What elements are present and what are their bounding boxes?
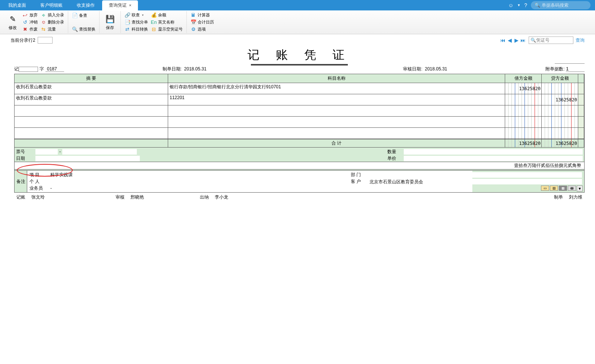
mini-icon-3[interactable]: ▦	[559, 186, 567, 191]
cell-account[interactable]	[168, 117, 505, 128]
cell-debit[interactable]	[505, 94, 542, 105]
smile-icon[interactable]: ☺	[508, 2, 513, 8]
modify-button[interactable]: ✎修改	[4, 14, 21, 31]
cell-credit[interactable]	[542, 128, 578, 139]
mini-icon-1[interactable]: ▭	[541, 186, 549, 191]
qty-field[interactable]	[404, 149, 583, 155]
cell-credit[interactable]	[542, 117, 578, 128]
nav-last[interactable]: ⏭	[520, 37, 526, 44]
backup-button[interactable]: 📄备查	[70, 12, 97, 19]
link-query-button[interactable]: 🔗联查▾	[123, 12, 149, 18]
make-date-value: 2018.05.31	[184, 66, 207, 72]
voucher-no-input[interactable]	[536, 38, 566, 43]
ticket-field-1[interactable]	[35, 149, 58, 155]
calendar-icon: 📅	[191, 19, 196, 25]
nav-first[interactable]: ⏮	[500, 37, 506, 44]
tab-desktop[interactable]: 我的桌面	[1, 0, 33, 10]
maker-value: 刘力维	[569, 194, 582, 200]
options-button[interactable]: ⚙选项	[189, 26, 215, 32]
tab-customer-ledger[interactable]: 客户明细账	[34, 0, 69, 10]
char-box[interactable]	[19, 67, 38, 72]
table-row[interactable]: 收到石景山教委款银行存款/招商银行/招商银行北京分行清华园支行910701136…	[15, 83, 584, 94]
cell-credit[interactable]	[542, 105, 578, 117]
ribbon: ✎修改 ⮐放弃 ↺冲销 ✖作废 ⎆插入分录 ⎊删除分录 ⇆流量 📄备查 🔍查找替…	[0, 10, 595, 34]
date-label: 日期	[16, 155, 35, 162]
ticket-field-2[interactable]	[62, 149, 137, 155]
person-label: 个 人	[29, 178, 50, 185]
void-button[interactable]: ✖作废	[21, 26, 39, 32]
nav-prev[interactable]: ◀	[506, 37, 513, 44]
current-row-input[interactable]	[38, 37, 53, 44]
attach-value[interactable]	[566, 66, 585, 72]
price-label: 单价	[387, 155, 404, 162]
cell-summary[interactable]	[15, 128, 168, 139]
mini-icon-4[interactable]: ▧	[568, 186, 576, 191]
balance-icon: 💰	[151, 12, 157, 18]
calendar-button[interactable]: 📅会计日历	[189, 19, 215, 25]
show-empty-button[interactable]: ⊟显示空凭证号	[149, 26, 184, 32]
cell-credit[interactable]: 13625820	[542, 94, 578, 105]
mini-icon-2[interactable]: ▤	[550, 186, 558, 191]
voucher-meta: 记 字 0187 制单日期: 2018.05.31 审核日期: 2018.05.…	[14, 66, 585, 72]
close-icon[interactable]: ×	[129, 3, 131, 7]
find-sheet-button[interactable]: 📑查找分单	[123, 19, 149, 25]
search-icon: 🔍	[535, 3, 540, 8]
cell-debit[interactable]	[505, 105, 542, 117]
tab-query-voucher[interactable]: 查询凭证×	[102, 0, 138, 10]
global-search[interactable]: 🔍	[531, 1, 591, 9]
cell-debit[interactable]	[505, 117, 542, 128]
flow-button[interactable]: ⇆流量	[39, 26, 66, 32]
col-debit: 借方金额	[505, 74, 542, 83]
table-row[interactable]	[15, 105, 584, 117]
nav-next[interactable]: ▶	[513, 37, 520, 44]
calculator-button[interactable]: 🖩计算器	[189, 12, 215, 18]
global-search-input[interactable]	[542, 3, 586, 8]
link-icon: 🔗	[125, 12, 130, 18]
chevron-down-icon: ▾	[142, 13, 144, 17]
project-value[interactable]: 科学实践课	[50, 172, 73, 178]
dept-value[interactable]	[369, 172, 582, 178]
voucher-no-box[interactable]: 🔍	[529, 37, 573, 44]
cell-debit[interactable]	[505, 128, 542, 139]
cell-debit[interactable]: 13625820	[505, 83, 542, 94]
date-field[interactable]	[35, 156, 140, 161]
save-button[interactable]: 💾保存	[102, 14, 118, 31]
table-row[interactable]	[15, 117, 584, 128]
abandon-icon: ⮐	[22, 12, 28, 18]
customer-value[interactable]: 北京市石景山区教育委员会	[369, 179, 582, 184]
cell-credit[interactable]	[542, 83, 578, 94]
tab-receipts[interactable]: 收支操作	[70, 0, 101, 10]
cell-summary[interactable]	[15, 117, 168, 128]
cell-summary[interactable]: 收到石景山教委款	[15, 83, 168, 94]
switch-icon: ⇄	[125, 26, 130, 32]
remark-label: 备注	[15, 171, 27, 192]
find-replace-button[interactable]: 🔍查找替换	[70, 26, 97, 32]
table-row[interactable]	[15, 128, 584, 139]
calc-icon: 🖩	[191, 12, 196, 18]
col-credit: 贷方金额	[542, 74, 578, 83]
account-switch-button[interactable]: ⇄科目转换	[123, 26, 149, 32]
cell-summary[interactable]: 收到石景山教委款	[15, 94, 168, 105]
delete-entry-button[interactable]: ⎊删除分录	[39, 19, 66, 25]
dropdown-icon[interactable]: ▼	[517, 3, 520, 7]
mini-scroll-down[interactable]: ▾	[577, 186, 583, 192]
offset-button[interactable]: ↺冲销	[21, 19, 39, 25]
query-link[interactable]: 查询	[576, 37, 585, 44]
book-value: 张文玲	[31, 194, 45, 200]
title-underline	[251, 64, 348, 65]
cell-account[interactable]: 银行存款/招商银行/招商银行北京分行清华园支行910701	[168, 83, 505, 94]
abandon-button[interactable]: ⮐放弃	[21, 12, 39, 18]
cell-summary[interactable]	[15, 105, 168, 117]
price-field[interactable]	[404, 156, 583, 161]
cell-account[interactable]: 112201	[168, 94, 505, 105]
cell-account[interactable]	[168, 128, 505, 139]
balance-button[interactable]: 💰余额	[149, 12, 184, 18]
table-row[interactable]: 收到石景山教委款11220113625820	[15, 94, 584, 105]
help-icon[interactable]: ?	[524, 2, 527, 8]
en-name-button[interactable]: En英文名称	[149, 19, 184, 25]
insert-entry-button[interactable]: ⎆插入分录	[39, 12, 66, 18]
cell-account[interactable]	[168, 105, 505, 117]
total-scroll	[578, 139, 584, 147]
total-debit: 13625820	[505, 139, 542, 147]
options-icon: ⚙	[191, 26, 196, 32]
